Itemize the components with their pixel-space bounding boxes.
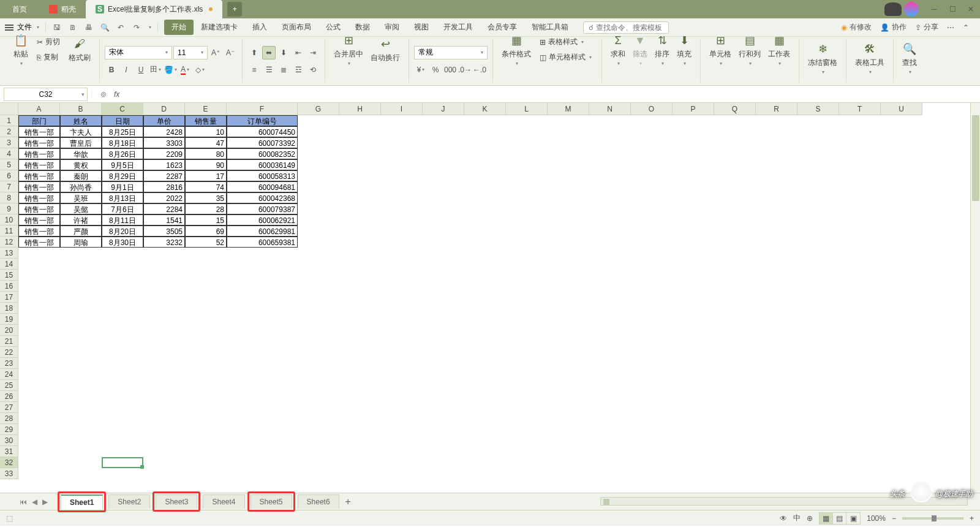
- table-cell[interactable]: 9月1日: [102, 181, 143, 192]
- sheet-tab-sheet1[interactable]: Sheet1: [61, 495, 103, 509]
- save-icon[interactable]: 🖫: [52, 23, 62, 32]
- col-header[interactable]: B: [60, 103, 102, 115]
- table-cell[interactable]: 600042368: [227, 192, 298, 203]
- spreadsheet-grid[interactable]: ABCDEFGHIJKLMNOPQRSTU 123456789101112131…: [0, 103, 980, 493]
- table-cell[interactable]: 600058313: [227, 170, 298, 181]
- table-cell[interactable]: 吴班: [60, 192, 102, 203]
- undo-icon[interactable]: ↶: [116, 23, 126, 32]
- percent-button[interactable]: %: [429, 63, 442, 77]
- select-all-corner[interactable]: [0, 103, 18, 115]
- table-cell[interactable]: 28: [185, 203, 227, 214]
- row-header[interactable]: 4: [0, 148, 18, 159]
- clear-format-button[interactable]: ◇▾: [193, 63, 206, 77]
- table-cell[interactable]: 600062921: [227, 214, 298, 226]
- save-as-icon[interactable]: 🗎: [68, 23, 78, 32]
- col-header[interactable]: D: [143, 103, 185, 115]
- table-cell[interactable]: 52: [185, 237, 227, 248]
- print-icon[interactable]: 🖶: [84, 23, 94, 32]
- page-view-button[interactable]: ▤: [833, 513, 846, 524]
- horizontal-scrollbar[interactable]: [600, 497, 968, 506]
- table-cell[interactable]: 秦朗: [60, 170, 102, 181]
- table-cell[interactable]: 8月30日: [102, 237, 143, 248]
- table-cell[interactable]: 47: [185, 137, 227, 148]
- sheet-nav-prev[interactable]: ◀: [32, 498, 37, 506]
- row-header[interactable]: 13: [0, 248, 18, 259]
- row-header[interactable]: 5: [0, 159, 18, 170]
- normal-view-button[interactable]: ▦: [820, 513, 833, 524]
- table-cell[interactable]: 600079387: [227, 203, 298, 214]
- table-cell[interactable]: 74: [185, 181, 227, 192]
- row-header[interactable]: 10: [0, 214, 18, 226]
- table-cell[interactable]: 孙尚香: [60, 181, 102, 192]
- decrease-decimal-button[interactable]: ←.0: [473, 63, 486, 77]
- table-cell[interactable]: 600073392: [227, 137, 298, 148]
- row-header[interactable]: 6: [0, 170, 18, 181]
- table-header-cell[interactable]: 销售量: [185, 115, 227, 126]
- increase-font-button[interactable]: A⁺: [209, 46, 222, 59]
- copy-button[interactable]: ⎘复制: [34, 51, 62, 64]
- indent-decrease-button[interactable]: ⇤: [292, 46, 305, 59]
- collapse-ribbon[interactable]: ⋯: [947, 23, 954, 32]
- table-cell[interactable]: 销售一部: [18, 237, 60, 248]
- table-cell[interactable]: 销售一部: [18, 192, 60, 203]
- new-tab-button[interactable]: +: [227, 2, 242, 17]
- table-cell[interactable]: 销售一部: [18, 126, 60, 137]
- find-button[interactable]: 🔍查找▾: [899, 39, 921, 77]
- table-cell[interactable]: 600629981: [227, 226, 298, 237]
- orientation-button[interactable]: ⟲: [306, 63, 320, 77]
- col-header[interactable]: E: [185, 103, 227, 115]
- underline-button[interactable]: U: [134, 63, 148, 77]
- table-cell[interactable]: 600659381: [227, 237, 298, 248]
- zoom-out-button[interactable]: −: [892, 514, 896, 523]
- row-header[interactable]: 21: [0, 336, 18, 347]
- read-mode-icon[interactable]: 👁: [780, 514, 787, 523]
- table-cell[interactable]: 吴懿: [60, 203, 102, 214]
- table-cell[interactable]: 15: [185, 214, 227, 226]
- row-header[interactable]: 8: [0, 192, 18, 203]
- wrap-button[interactable]: ↩ 自动换行: [367, 34, 404, 66]
- row-header[interactable]: 25: [0, 380, 18, 391]
- ribbon-tab-3[interactable]: 页面布局: [274, 20, 318, 35]
- rowcol-button[interactable]: ▤行和列▾: [735, 31, 764, 69]
- coop-button[interactable]: 👤协作: [880, 22, 907, 32]
- status-icon[interactable]: ⬚: [6, 514, 13, 523]
- table-cell[interactable]: 90: [185, 159, 227, 170]
- distribute-button[interactable]: ☲: [292, 63, 305, 77]
- formula-input[interactable]: [128, 88, 980, 101]
- align-top-button[interactable]: ⬆: [247, 46, 261, 59]
- col-header[interactable]: H: [339, 103, 381, 115]
- minimize-button[interactable]: ─: [925, 0, 943, 18]
- col-header[interactable]: K: [464, 103, 506, 115]
- font-color-button[interactable]: A▾: [178, 63, 192, 77]
- sheet-nav-next[interactable]: ▶: [42, 498, 48, 506]
- col-header[interactable]: Q: [714, 103, 756, 115]
- sort-button[interactable]: ⇅排序▾: [651, 31, 673, 69]
- align-left-button[interactable]: ≡: [247, 63, 261, 77]
- decrease-font-button[interactable]: A⁻: [224, 46, 237, 59]
- filter-button[interactable]: ▼筛选▾: [629, 31, 651, 69]
- close-button[interactable]: ✕: [962, 0, 980, 18]
- ime-icon[interactable]: 中: [793, 513, 801, 523]
- vertical-scrollbar[interactable]: [970, 103, 980, 493]
- maximize-button[interactable]: ☐: [943, 0, 962, 18]
- sheet-nav-first[interactable]: ⏮: [20, 498, 27, 506]
- row-header[interactable]: 15: [0, 270, 18, 281]
- align-middle-button[interactable]: ⬌: [262, 46, 276, 59]
- doke-tab[interactable]: 稻壳: [39, 0, 86, 18]
- col-header[interactable]: R: [756, 103, 797, 115]
- layout-view-button[interactable]: ▣: [846, 513, 860, 524]
- col-header[interactable]: M: [548, 103, 589, 115]
- format-painter-button[interactable]: 🖌 格式刷: [65, 34, 94, 66]
- col-header[interactable]: S: [797, 103, 839, 115]
- row-header[interactable]: 30: [0, 435, 18, 446]
- row-header[interactable]: 29: [0, 424, 18, 435]
- table-cell[interactable]: 8月29日: [102, 170, 143, 181]
- col-header[interactable]: O: [631, 103, 673, 115]
- worksheet-button[interactable]: ▦工作表▾: [764, 31, 794, 69]
- row-header[interactable]: 17: [0, 292, 18, 303]
- table-header-cell[interactable]: 姓名: [60, 115, 102, 126]
- table-header-cell[interactable]: 订单编号: [227, 115, 298, 126]
- cells-button[interactable]: ⊞单元格▾: [706, 31, 735, 69]
- table-cell[interactable]: 600074450: [227, 126, 298, 137]
- row-header[interactable]: 14: [0, 259, 18, 270]
